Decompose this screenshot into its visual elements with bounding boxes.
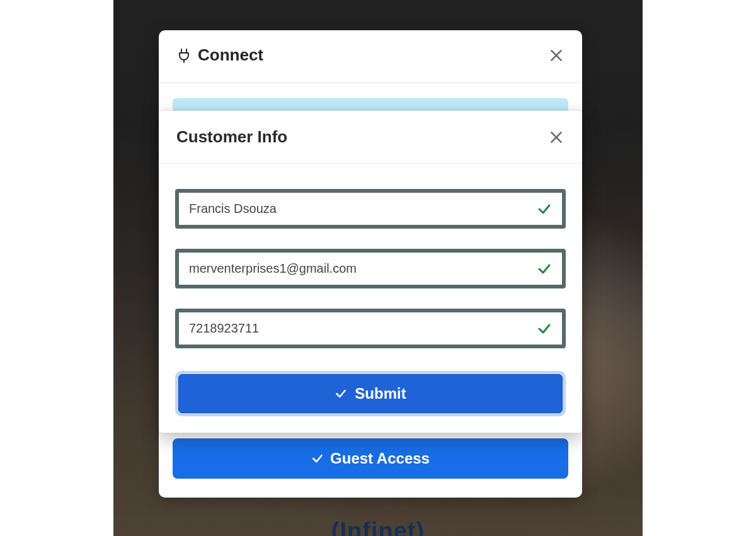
check-icon: [311, 452, 324, 465]
phone-input[interactable]: [179, 312, 562, 345]
email-field-wrap: [175, 249, 566, 288]
customer-info-modal: Customer Info: [159, 111, 582, 433]
check-icon: [537, 261, 552, 277]
name-field-wrap: [175, 189, 566, 229]
plug-icon: [176, 47, 192, 64]
connect-close-button[interactable]: [548, 47, 564, 64]
guest-access-label: Guest Access: [330, 450, 430, 467]
submit-focus-ring: Submit: [175, 371, 566, 416]
check-icon: [537, 202, 552, 217]
connect-modal-header: Connect: [159, 30, 582, 83]
email-input[interactable]: [179, 253, 562, 285]
info-banner: [173, 98, 568, 112]
customer-close-button[interactable]: [548, 129, 564, 145]
connect-modal-title: Connect: [176, 45, 263, 65]
name-input[interactable]: [179, 193, 562, 225]
customer-modal-header: Customer Info: [159, 111, 582, 164]
check-icon: [537, 321, 552, 336]
phone-field-wrap: [175, 309, 566, 348]
check-icon: [335, 387, 347, 400]
submit-label: Submit: [355, 385, 406, 402]
customer-modal-title: Customer Info: [176, 127, 287, 147]
submit-button[interactable]: Submit: [178, 374, 563, 413]
viewport: (Infinet) Connect: [0, 0, 756, 536]
customer-modal-body: Submit: [159, 164, 582, 433]
guest-access-button[interactable]: Guest Access: [173, 438, 568, 479]
connect-title-text: Connect: [198, 45, 263, 65]
brand-logo-text: (Infinet): [331, 518, 425, 536]
